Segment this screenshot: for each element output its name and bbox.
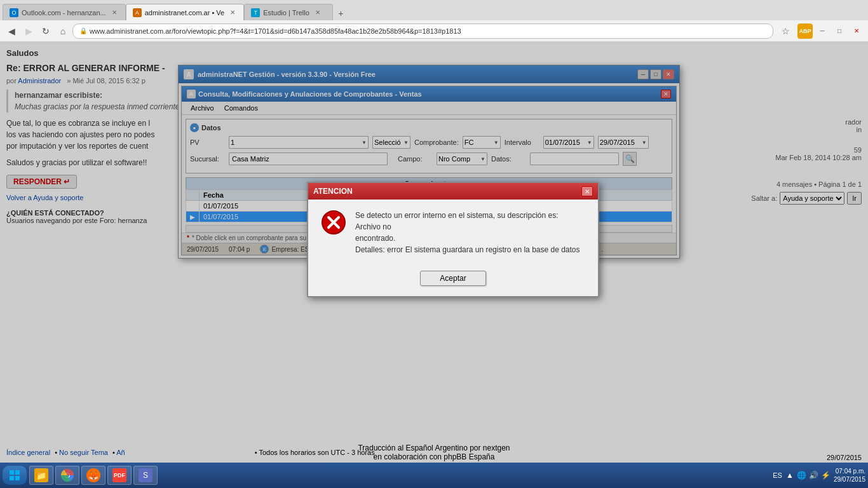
- modal-body: Se detecto un error interno en el sistem…: [308, 200, 598, 266]
- modal-dialog: ATENCION ✕ Se detecto un error interno e…: [307, 182, 599, 297]
- svg-rect-6: [15, 476, 20, 480]
- browser-chrome: O Outlook.com - hernanzan... ✕ A adminis…: [0, 0, 868, 42]
- back-button[interactable]: ◀: [4, 24, 19, 39]
- tray-icons: ▲ 🌐 🔊 ⚡: [785, 470, 831, 480]
- firefox-icon: 🦊: [86, 468, 100, 482]
- taskbar-app-acrobat[interactable]: PDF: [107, 466, 132, 485]
- svg-rect-3: [10, 470, 14, 475]
- system-tray: ES ▲ 🌐 🔊 ⚡ 07:04 p.m. 29/07/2015: [773, 467, 865, 484]
- modal-close-button[interactable]: ✕: [581, 186, 593, 196]
- taskbar: 📁 🦊 PDF S ES ▲ 🌐 🔊 ⚡: [0, 463, 868, 488]
- modal-titlebar: ATENCION ✕: [308, 183, 598, 200]
- tab-title-3: Estudio | Trello: [263, 9, 309, 17]
- taskbar-app-firefox[interactable]: 🦊: [81, 466, 105, 485]
- modal-footer: Aceptar: [308, 266, 598, 296]
- tab-title-2: administranet.com.ar • Ve: [145, 9, 225, 17]
- modal-accept-button[interactable]: Aceptar: [420, 271, 485, 286]
- acrobat-icon: PDF: [112, 468, 126, 482]
- date-value: 29/07/2015: [834, 475, 865, 484]
- window-close[interactable]: ✕: [849, 24, 864, 39]
- tab-close-3[interactable]: ✕: [313, 8, 322, 17]
- tray-lang: ES: [773, 471, 782, 479]
- nav-bar: ◀ ▶ ↻ ⌂ 🔒 www.administranet.com.ar/foro/…: [0, 20, 868, 42]
- explorer-icon: 📁: [34, 468, 48, 482]
- taskbar-apps: 📁 🦊 PDF S: [29, 466, 773, 485]
- network-icon: 🌐: [797, 470, 807, 480]
- windows-logo-icon: [9, 470, 20, 481]
- battery-icon: ⚡: [821, 470, 831, 480]
- start-button[interactable]: [3, 466, 27, 485]
- modal-line1: Se detecto un error interno en el sistem…: [355, 211, 559, 231]
- browser-content: Saludos Re: ERROR AL GENERAR INFORME - p…: [0, 42, 868, 488]
- taskbar-app-other[interactable]: S: [133, 466, 158, 485]
- time-value: 07:04 p.m.: [834, 467, 865, 475]
- tab-2[interactable]: A administranet.com.ar • Ve ✕: [126, 4, 245, 20]
- tab-favicon-3: T: [251, 8, 260, 17]
- tab-favicon-2: A: [133, 8, 142, 17]
- modal-line2: encontrado.: [355, 234, 395, 243]
- tab-title-1: Outlook.com - hernanzan...: [22, 9, 106, 17]
- address-lock-icon: 🔒: [79, 27, 87, 34]
- tray-icon-1: ▲: [785, 470, 795, 480]
- new-tab-button[interactable]: +: [333, 6, 348, 20]
- bookmark-star-icon[interactable]: ☆: [778, 24, 793, 39]
- modal-message: Se detecto un error interno en el sistem…: [355, 210, 585, 255]
- tab-1[interactable]: O Outlook.com - hernanzan... ✕: [3, 4, 126, 20]
- volume-icon: 🔊: [809, 470, 819, 480]
- tab-favicon-1: O: [10, 8, 18, 17]
- svg-rect-5: [10, 476, 14, 480]
- tab-close-2[interactable]: ✕: [228, 8, 237, 17]
- tab-close-1[interactable]: ✕: [110, 8, 119, 17]
- chrome-icon: [60, 468, 74, 482]
- window-maximize[interactable]: □: [832, 24, 847, 39]
- taskbar-time: 07:04 p.m. 29/07/2015: [834, 467, 865, 484]
- modal-overlay: ATENCION ✕ Se detecto un error interno e…: [0, 42, 868, 488]
- adblock-button[interactable]: ABP: [797, 24, 813, 39]
- taskbar-app-chrome[interactable]: [55, 466, 79, 485]
- reload-button[interactable]: ↻: [38, 24, 53, 39]
- window-minimize[interactable]: ─: [815, 24, 830, 39]
- svg-rect-4: [15, 470, 20, 475]
- taskbar-app-explorer[interactable]: 📁: [29, 466, 53, 485]
- address-bar[interactable]: 🔒 www.administranet.com.ar/foro/viewtopi…: [72, 24, 773, 39]
- address-url: www.administranet.com.ar/foro/viewtopic.…: [90, 27, 461, 35]
- modal-title: ATENCION: [313, 187, 353, 196]
- error-icon: [321, 210, 346, 235]
- other-app-icon: S: [139, 468, 153, 482]
- home-button[interactable]: ⌂: [55, 24, 71, 39]
- tab-3[interactable]: T Estudio | Trello ✕: [244, 4, 333, 20]
- modal-line3: Detalles: error El sistema guardara un r…: [355, 245, 580, 254]
- tab-bar: O Outlook.com - hernanzan... ✕ A adminis…: [0, 0, 868, 20]
- forward-button[interactable]: ▶: [21, 24, 36, 39]
